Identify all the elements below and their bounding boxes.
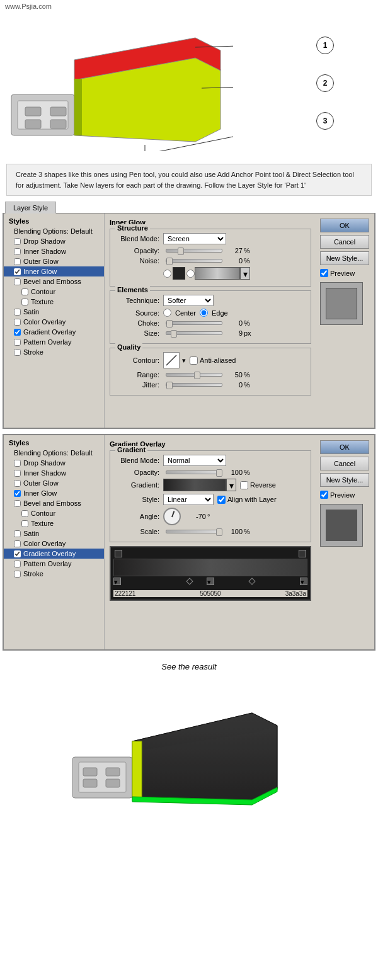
satin-2[interactable]: Satin: [4, 528, 104, 538]
stop-bottom-mid-left[interactable]: [186, 578, 193, 584]
color-overlay-2[interactable]: Color Overlay: [4, 538, 104, 549]
outer-glow-checkbox-2[interactable]: [14, 480, 21, 487]
satin-checkbox-1[interactable]: [14, 309, 21, 316]
drop-shadow-1[interactable]: Drop Shadow: [4, 236, 104, 246]
satin-checkbox-2[interactable]: [14, 530, 21, 537]
stop-top-right[interactable]: [299, 550, 306, 557]
ok-button-2[interactable]: OK: [320, 440, 369, 454]
opacity-slider-1[interactable]: [166, 249, 222, 253]
pattern-overlay-1[interactable]: Pattern Overlay: [4, 337, 104, 347]
gradient-arrow-btn[interactable]: ▾: [240, 267, 250, 280]
stroke-2[interactable]: Stroke: [4, 569, 104, 579]
texture-checkbox-2[interactable]: [21, 520, 28, 527]
cancel-button-1[interactable]: Cancel: [320, 235, 369, 249]
noise-slider-1[interactable]: [166, 259, 222, 263]
color-overlay-1[interactable]: Color Overlay: [4, 317, 104, 327]
stroke-1[interactable]: Stroke: [4, 347, 104, 357]
pattern-overlay-checkbox-2[interactable]: [14, 561, 21, 567]
outer-glow-1[interactable]: Outer Glow: [4, 256, 104, 266]
scale-slider[interactable]: [166, 530, 222, 533]
source-center-radio[interactable]: [163, 309, 171, 317]
range-slider[interactable]: [166, 373, 222, 377]
stop-bottom-left[interactable]: ▾: [113, 578, 121, 585]
anti-aliased-checkbox[interactable]: [190, 356, 198, 365]
reverse-checkbox[interactable]: [240, 481, 248, 489]
blend-mode-select-2[interactable]: Normal: [163, 455, 226, 466]
bevel-emboss-2[interactable]: Bevel and Emboss: [4, 498, 104, 508]
contour-2[interactable]: Contour: [4, 508, 104, 518]
texture-2[interactable]: Texture: [4, 518, 104, 528]
contour-checkbox-1[interactable]: [21, 288, 28, 295]
color-overlay-checkbox-2[interactable]: [14, 540, 21, 547]
inner-shadow-2[interactable]: Inner Shadow: [4, 468, 104, 478]
bevel-emboss-checkbox-1[interactable]: [14, 278, 21, 285]
inner-glow-1[interactable]: Inner Glow: [4, 266, 104, 276]
inner-shadow-checkbox-1[interactable]: [14, 248, 21, 255]
bevel-emboss-1[interactable]: Bevel and Emboss: [4, 276, 104, 287]
blending-options-1[interactable]: Blending Options: Default: [4, 226, 104, 236]
new-style-button-2[interactable]: New Style...: [320, 473, 369, 487]
gradient-color-preview[interactable]: [163, 479, 226, 491]
contour-arrow[interactable]: ▾: [182, 356, 186, 365]
preview-box-1: [320, 282, 363, 325]
glow-gradient-radio[interactable]: [186, 270, 195, 278]
pattern-overlay-checkbox-1[interactable]: [14, 339, 21, 346]
texture-1[interactable]: Texture: [4, 297, 104, 307]
satin-1[interactable]: Satin: [4, 307, 104, 317]
contour-checkbox-2[interactable]: [21, 510, 28, 517]
source-edge-radio[interactable]: [200, 309, 208, 317]
inner-glow-checkbox-2[interactable]: [14, 490, 21, 497]
preview-inner-2: [326, 510, 357, 541]
stroke-checkbox-2[interactable]: [14, 571, 21, 578]
angle-dial-line: [171, 511, 175, 517]
glow-color-swatch[interactable]: [173, 267, 185, 280]
choke-slider[interactable]: [166, 321, 222, 325]
outer-glow-2[interactable]: Outer Glow: [4, 478, 104, 488]
style-select[interactable]: Linear: [163, 494, 214, 505]
stroke-checkbox-1[interactable]: [14, 349, 21, 356]
gradient-overlay-checkbox-1[interactable]: [14, 329, 21, 336]
layer-style-tab[interactable]: Layer Style: [5, 202, 56, 214]
new-style-button-1[interactable]: New Style...: [320, 251, 369, 265]
bevel-emboss-checkbox-2[interactable]: [14, 500, 21, 507]
drop-shadow-checkbox-2[interactable]: [14, 460, 21, 467]
size-slider[interactable]: [166, 331, 222, 335]
opacity-slider-2[interactable]: [166, 470, 222, 474]
preview-box-2: [320, 504, 363, 547]
inner-glow-checkbox-1[interactable]: [14, 268, 21, 275]
stop-bottom-mid-right[interactable]: [248, 578, 255, 584]
inner-shadow-checkbox-2[interactable]: [14, 470, 21, 477]
pattern-overlay-2[interactable]: Pattern Overlay: [4, 559, 104, 569]
gradient-editor[interactable]: ▾ ▾ ▾ 222121 505050 3a3a3a: [110, 546, 311, 601]
inner-glow-2[interactable]: Inner Glow: [4, 488, 104, 498]
drop-shadow-2[interactable]: Drop Shadow: [4, 458, 104, 468]
texture-checkbox-1[interactable]: [21, 299, 28, 305]
gradient-overlay-checkbox-2[interactable]: [14, 550, 21, 557]
right-panel-2: Gradient Overlay Gradient Blend Mode: No…: [105, 435, 374, 649]
blending-options-2[interactable]: Blending Options: Default: [4, 448, 104, 458]
outer-glow-checkbox-1[interactable]: [14, 258, 21, 265]
preview-checkbox-2[interactable]: [320, 491, 328, 499]
ok-button-1[interactable]: OK: [320, 219, 369, 232]
inner-shadow-1[interactable]: Inner Shadow: [4, 246, 104, 256]
contour-preview[interactable]: [163, 352, 180, 368]
gradient-arrow-btn-2[interactable]: ▾: [226, 479, 236, 491]
technique-select[interactable]: Softer: [163, 295, 214, 306]
align-layer-checkbox[interactable]: [217, 496, 226, 504]
svg-rect-18: [106, 779, 120, 787]
color-overlay-checkbox-1[interactable]: [14, 319, 21, 326]
preview-checkbox-1[interactable]: [320, 269, 328, 277]
scale-value: 100: [225, 528, 243, 535]
gradient-overlay-1[interactable]: Gradient Overlay: [4, 327, 104, 337]
drop-shadow-checkbox-1[interactable]: [14, 238, 21, 245]
gradient-overlay-2[interactable]: Gradient Overlay: [4, 549, 104, 559]
glow-solid-radio[interactable]: [163, 270, 171, 278]
blend-mode-select-1[interactable]: Screen: [163, 233, 226, 244]
angle-dial[interactable]: [163, 508, 181, 525]
stop-bottom-mid[interactable]: ▾: [207, 578, 214, 585]
stop-bottom-right[interactable]: ▾: [300, 578, 307, 585]
stop-top-left[interactable]: [115, 550, 122, 557]
contour-1[interactable]: Contour: [4, 287, 104, 297]
cancel-button-2[interactable]: Cancel: [320, 457, 369, 470]
jitter-slider[interactable]: [166, 383, 222, 387]
